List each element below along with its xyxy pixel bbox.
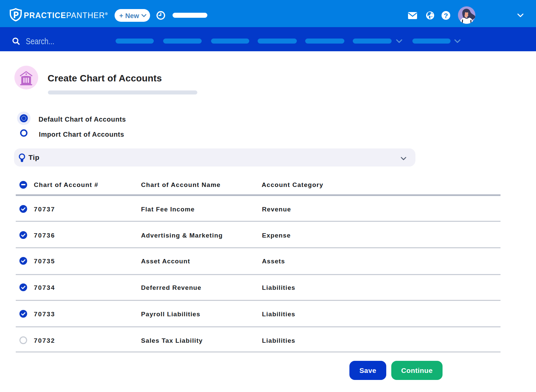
svg-text:?: ? — [444, 12, 448, 19]
